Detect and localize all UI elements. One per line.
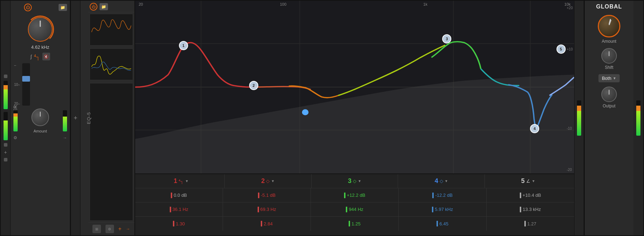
right-strip-outer bbox=[574, 1, 584, 235]
band-controls-row: 1 ⁴┐ ▼ 2 ◇ ▼ 3 ◇ ▼ 4 ◇ ▼ bbox=[135, 174, 574, 188]
filter-shape-icon-2: ⁴┐ bbox=[34, 53, 40, 60]
de-esser-settings-icon[interactable]: ⚙ bbox=[13, 135, 17, 140]
band-4-freq-value: 5.97 kHz bbox=[435, 207, 453, 212]
band-5-gain-indicator bbox=[520, 193, 521, 198]
band-2-num: 2 bbox=[253, 83, 255, 88]
eq5-lower-waveform bbox=[90, 49, 133, 80]
band-2-filter-icon: ◇ bbox=[266, 178, 270, 184]
eq5-upper-display: ○→ bbox=[90, 14, 133, 46]
main-eq-display: 20 100 1k 10k +20 +10 -10 -20 bbox=[135, 1, 574, 235]
strip-dot-1 bbox=[4, 75, 7, 78]
band-4-freq-indicator bbox=[432, 207, 433, 212]
band-2-q[interactable]: 2.84 bbox=[223, 217, 311, 231]
add-plugin-left[interactable]: + bbox=[74, 114, 78, 122]
band-2-freq[interactable]: 69.3 Hz bbox=[223, 202, 311, 216]
left-strip: + bbox=[1, 1, 11, 235]
de-esser-bottom-icons: ⚙ → bbox=[13, 135, 67, 140]
eq5-add-button[interactable]: + bbox=[118, 226, 121, 232]
band-4-gain[interactable]: -12.2 dB bbox=[399, 188, 487, 202]
de-esser-amount-label: Amount bbox=[34, 129, 47, 133]
de-esser-power-button[interactable]: ⏻ bbox=[24, 4, 32, 11]
band-1-q-value: 1.30 bbox=[176, 221, 185, 226]
band-3-freq[interactable]: 944 Hz bbox=[311, 202, 399, 216]
amount-knob-indicator bbox=[609, 19, 611, 24]
band-3-gain-indicator bbox=[344, 193, 345, 198]
band-4-dropdown[interactable]: ▼ bbox=[445, 179, 448, 183]
band-4-gain-indicator bbox=[432, 193, 434, 198]
band-5-freq[interactable]: 13.3 kHz bbox=[487, 202, 574, 216]
band-1-freq-value: 36.1 Hz bbox=[173, 207, 188, 212]
band-5-q-value: 1.27 bbox=[527, 221, 536, 226]
band-1-gain-indicator bbox=[171, 193, 172, 198]
vu-meter-far-right bbox=[636, 100, 640, 136]
eq5-bottom-controls: ⊞ ⚙ + → bbox=[88, 222, 134, 235]
band-node-4[interactable]: 4 bbox=[530, 124, 539, 133]
band-4-num: 4 bbox=[534, 126, 536, 131]
de-esser-amount-knob[interactable] bbox=[31, 108, 49, 126]
band-3-q[interactable]: 1.25 bbox=[311, 217, 399, 231]
global-output-knob[interactable] bbox=[601, 87, 617, 102]
band-1-q[interactable]: 1.30 bbox=[135, 217, 223, 231]
de-esser-route-icon[interactable]: → bbox=[63, 135, 67, 140]
band-3-section: 3 ◇ ▼ bbox=[312, 174, 398, 188]
eq5-settings-icon: ⚙ bbox=[108, 227, 111, 231]
de-esser-panel: DE-ESSER ⏻ 📁 4.62 kHz ∫ ⁴┐ 🔇 – 1 bbox=[11, 1, 71, 235]
global-output-section: Output bbox=[601, 87, 617, 108]
band-5-q-indicator bbox=[524, 221, 526, 226]
eq5-window-button[interactable]: ⊞ bbox=[92, 225, 101, 233]
band-4-q-value: 6.45 bbox=[439, 221, 448, 226]
band-node-5[interactable]: 5 bbox=[556, 45, 566, 54]
de-esser-folder-button[interactable]: 📁 bbox=[59, 4, 67, 11]
band-4-gain-value: -12.2 dB bbox=[435, 193, 452, 198]
band-4-section: 4 ◇ ▼ bbox=[398, 174, 485, 188]
both-dropdown-arrow: ▼ bbox=[613, 76, 616, 80]
band-4-q[interactable]: 6.45 bbox=[399, 217, 487, 231]
eq5-panel: EQ-5 ⏻ 📁 ○→ bbox=[80, 1, 135, 235]
band-1-filter-icon: ⁴┐ bbox=[179, 178, 183, 184]
eq-graph[interactable]: 20 100 1k 10k +20 +10 -10 -20 bbox=[135, 1, 574, 173]
band-3-gain-value: +12.2 dB bbox=[347, 193, 365, 198]
band-1-gain[interactable]: 0.0 dB bbox=[135, 188, 223, 202]
band-1-freq[interactable]: 36.1 Hz bbox=[135, 202, 223, 216]
eq5-spacer-display bbox=[90, 83, 133, 221]
eq5-route-icon[interactable]: → bbox=[126, 226, 130, 231]
band-2-q-indicator bbox=[261, 221, 262, 226]
band-5-dropdown[interactable]: ▼ bbox=[532, 179, 535, 183]
band-5-gain[interactable]: +10.4 dB bbox=[487, 188, 574, 202]
eq5-settings-button[interactable]: ⚙ bbox=[106, 225, 114, 233]
power-icon: ⏻ bbox=[26, 5, 30, 10]
de-esser-freq-knob[interactable] bbox=[28, 17, 53, 42]
band-4-freq[interactable]: 5.97 kHz bbox=[399, 202, 487, 216]
band-2-gain[interactable]: -5.1 dB bbox=[223, 188, 311, 202]
band-3-gain[interactable]: +12.2 dB bbox=[311, 188, 399, 202]
eq5-folder-button[interactable]: 📁 bbox=[100, 3, 108, 10]
mute-icon: 🔇 bbox=[44, 54, 49, 59]
band-3-freq-indicator bbox=[346, 207, 347, 212]
band-2-freq-indicator bbox=[258, 207, 259, 212]
global-amount-knob[interactable] bbox=[598, 15, 620, 37]
band-1-dropdown[interactable]: ▼ bbox=[185, 179, 189, 183]
de-esser-mute-button[interactable]: 🔇 bbox=[42, 53, 50, 60]
band-2-gain-value: -5.1 dB bbox=[261, 193, 276, 198]
de-esser-bottom: Amount bbox=[13, 108, 67, 133]
eq5-top-bar: ⏻ 📁 bbox=[88, 1, 134, 12]
fader-labels: – 10– 20– bbox=[13, 63, 21, 106]
vu-meter-left-left bbox=[4, 81, 8, 109]
eq5-power-button[interactable]: ⏻ bbox=[90, 3, 97, 11]
middle-strip-left: + bbox=[71, 1, 80, 235]
de-esser-fader[interactable] bbox=[22, 63, 30, 106]
global-shift-knob[interactable] bbox=[601, 48, 617, 64]
band-2-dropdown[interactable]: ▼ bbox=[271, 179, 275, 183]
de-esser-fader-thumb[interactable] bbox=[22, 76, 30, 82]
both-selector[interactable]: Both ▼ bbox=[598, 74, 620, 82]
left-strip-add[interactable]: + bbox=[4, 149, 7, 155]
strip-dot-3 bbox=[4, 158, 7, 161]
band-5-section: 5 ∠ ▼ bbox=[485, 174, 571, 188]
band-node-3[interactable]: 3 bbox=[442, 34, 451, 43]
band-node-2[interactable]: 2 bbox=[249, 81, 258, 90]
band-gain-row: 0.0 dB -5.1 dB +12.2 dB -12.2 dB +10.4 d… bbox=[135, 188, 574, 202]
band-3-dropdown[interactable]: ▼ bbox=[358, 179, 361, 183]
de-esser-fader-section: – 10– 20– bbox=[13, 63, 67, 106]
band-5-num: 5 bbox=[560, 47, 562, 51]
band-node-1[interactable]: 1 bbox=[179, 41, 188, 50]
